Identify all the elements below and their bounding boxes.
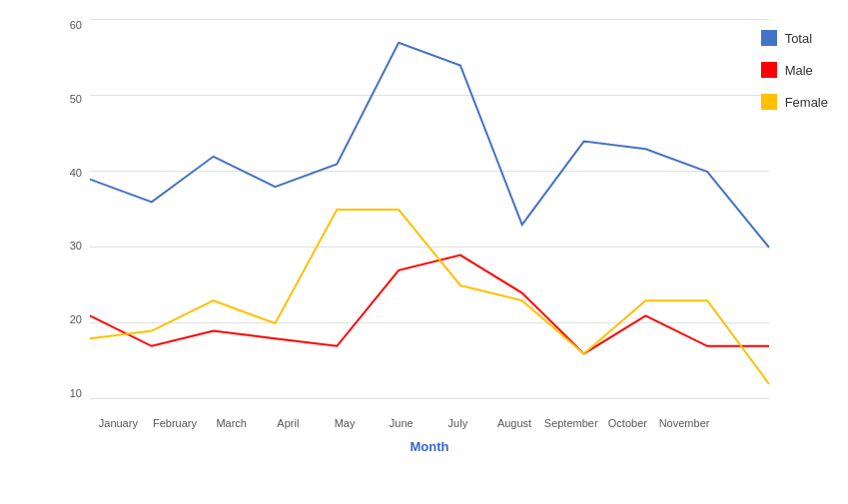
chart-svg xyxy=(90,20,769,399)
chart-area: 10 20 30 40 50 60 January February March… xyxy=(50,20,769,399)
y-label-10: 10 xyxy=(70,388,82,399)
x-label-jul: July xyxy=(429,417,486,429)
legend-label-female: Female xyxy=(785,95,828,110)
x-label-nov: November xyxy=(656,417,713,429)
y-label-60: 60 xyxy=(70,20,82,31)
legend-color-female xyxy=(761,94,777,110)
y-label-50: 50 xyxy=(70,94,82,105)
chart-container: 10 20 30 40 50 60 January February March… xyxy=(0,0,848,504)
y-label-40: 40 xyxy=(70,168,82,179)
legend-item-total: Total xyxy=(761,30,828,46)
y-axis: 10 20 30 40 50 60 xyxy=(50,20,90,399)
x-label-jun: June xyxy=(373,417,429,429)
x-label-feb: February xyxy=(147,417,204,429)
x-axis-title: Month xyxy=(90,439,769,454)
legend: Total Male Female xyxy=(761,30,828,110)
x-label-sep: September xyxy=(542,417,599,429)
x-label-dec xyxy=(712,417,769,429)
x-label-may: May xyxy=(317,417,374,429)
x-label-jan: January xyxy=(90,417,147,429)
legend-label-total: Total xyxy=(785,31,812,46)
legend-color-total xyxy=(761,30,777,46)
x-label-apr: April xyxy=(260,417,317,429)
x-axis: January February March April May June Ju… xyxy=(90,417,769,429)
legend-item-female: Female xyxy=(761,94,828,110)
legend-item-male: Male xyxy=(761,62,828,78)
x-label-mar: March xyxy=(203,417,260,429)
y-label-20: 20 xyxy=(70,314,82,325)
x-label-aug: August xyxy=(486,417,543,429)
x-label-oct: October xyxy=(599,417,656,429)
y-label-30: 30 xyxy=(70,241,82,252)
legend-label-male: Male xyxy=(785,63,813,78)
legend-color-male xyxy=(761,62,777,78)
